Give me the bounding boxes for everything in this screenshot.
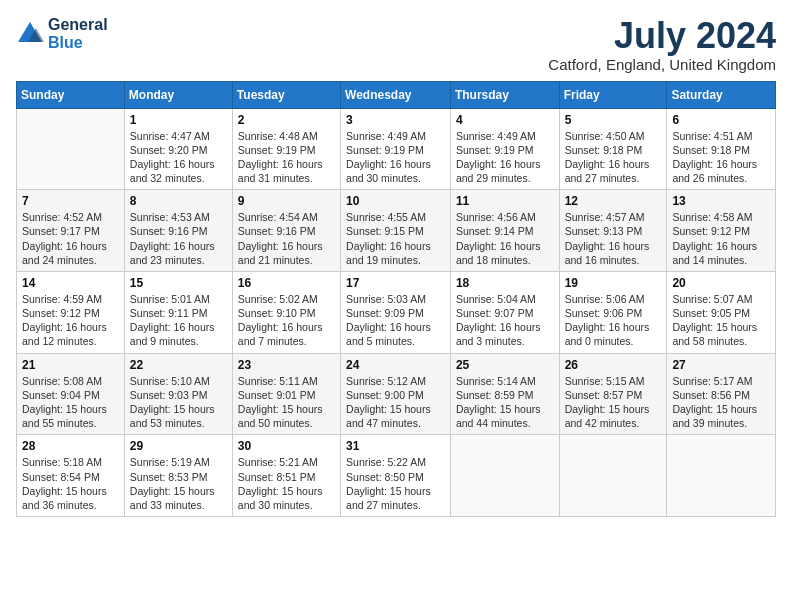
calendar-cell: 15Sunrise: 5:01 AMSunset: 9:11 PMDayligh…	[124, 271, 232, 353]
cell-info-text: and 36 minutes.	[22, 498, 119, 512]
calendar-cell	[17, 108, 125, 190]
day-number: 12	[565, 194, 662, 208]
calendar-cell	[450, 435, 559, 517]
cell-info-text: and 31 minutes.	[238, 171, 335, 185]
cell-info-text: and 27 minutes.	[565, 171, 662, 185]
day-number: 14	[22, 276, 119, 290]
cell-info-text: and 33 minutes.	[130, 498, 227, 512]
cell-info-text: Sunrise: 5:10 AM	[130, 374, 227, 388]
cell-info-text: and 7 minutes.	[238, 334, 335, 348]
column-header-sunday: Sunday	[17, 81, 125, 108]
calendar-cell: 25Sunrise: 5:14 AMSunset: 8:59 PMDayligh…	[450, 353, 559, 435]
cell-info-text: Sunset: 8:53 PM	[130, 470, 227, 484]
calendar-cell: 31Sunrise: 5:22 AMSunset: 8:50 PMDayligh…	[341, 435, 451, 517]
cell-info-text: Daylight: 16 hours	[130, 239, 227, 253]
column-header-saturday: Saturday	[667, 81, 776, 108]
cell-info-text: Daylight: 16 hours	[346, 157, 445, 171]
day-number: 3	[346, 113, 445, 127]
day-number: 13	[672, 194, 770, 208]
cell-info-text: Sunrise: 4:53 AM	[130, 210, 227, 224]
cell-info-text: Sunset: 9:15 PM	[346, 224, 445, 238]
cell-info-text: Sunrise: 4:47 AM	[130, 129, 227, 143]
calendar-cell: 17Sunrise: 5:03 AMSunset: 9:09 PMDayligh…	[341, 271, 451, 353]
cell-info-text: Sunset: 9:05 PM	[672, 306, 770, 320]
cell-info-text: Daylight: 16 hours	[456, 239, 554, 253]
calendar-week-1: 1Sunrise: 4:47 AMSunset: 9:20 PMDaylight…	[17, 108, 776, 190]
cell-info-text: Daylight: 15 hours	[130, 484, 227, 498]
calendar-cell: 6Sunrise: 4:51 AMSunset: 9:18 PMDaylight…	[667, 108, 776, 190]
cell-info-text: Sunrise: 4:50 AM	[565, 129, 662, 143]
cell-info-text: Sunset: 8:54 PM	[22, 470, 119, 484]
calendar-cell: 27Sunrise: 5:17 AMSunset: 8:56 PMDayligh…	[667, 353, 776, 435]
cell-info-text: and 55 minutes.	[22, 416, 119, 430]
cell-info-text: Sunset: 9:10 PM	[238, 306, 335, 320]
day-number: 25	[456, 358, 554, 372]
cell-info-text: Sunrise: 5:12 AM	[346, 374, 445, 388]
cell-info-text: Daylight: 16 hours	[22, 320, 119, 334]
cell-info-text: Sunrise: 4:59 AM	[22, 292, 119, 306]
cell-info-text: Sunset: 9:16 PM	[238, 224, 335, 238]
cell-info-text: Sunrise: 5:21 AM	[238, 455, 335, 469]
cell-info-text: Daylight: 16 hours	[238, 320, 335, 334]
day-number: 29	[130, 439, 227, 453]
cell-info-text: and 39 minutes.	[672, 416, 770, 430]
day-number: 26	[565, 358, 662, 372]
calendar-cell: 1Sunrise: 4:47 AMSunset: 9:20 PMDaylight…	[124, 108, 232, 190]
cell-info-text: Daylight: 15 hours	[672, 402, 770, 416]
cell-info-text: Daylight: 16 hours	[672, 157, 770, 171]
cell-info-text: Sunset: 9:12 PM	[22, 306, 119, 320]
calendar-cell: 18Sunrise: 5:04 AMSunset: 9:07 PMDayligh…	[450, 271, 559, 353]
logo-text-line2: Blue	[48, 34, 108, 52]
cell-info-text: and 27 minutes.	[346, 498, 445, 512]
cell-info-text: and 12 minutes.	[22, 334, 119, 348]
cell-info-text: Sunset: 9:01 PM	[238, 388, 335, 402]
day-number: 28	[22, 439, 119, 453]
column-header-monday: Monday	[124, 81, 232, 108]
cell-info-text: Sunrise: 4:48 AM	[238, 129, 335, 143]
cell-info-text: Sunrise: 4:54 AM	[238, 210, 335, 224]
cell-info-text: and 44 minutes.	[456, 416, 554, 430]
calendar-cell: 16Sunrise: 5:02 AMSunset: 9:10 PMDayligh…	[232, 271, 340, 353]
cell-info-text: Sunset: 8:59 PM	[456, 388, 554, 402]
cell-info-text: Daylight: 16 hours	[346, 239, 445, 253]
cell-info-text: and 21 minutes.	[238, 253, 335, 267]
calendar-cell: 22Sunrise: 5:10 AMSunset: 9:03 PMDayligh…	[124, 353, 232, 435]
calendar-cell: 19Sunrise: 5:06 AMSunset: 9:06 PMDayligh…	[559, 271, 667, 353]
cell-info-text: Sunrise: 4:56 AM	[456, 210, 554, 224]
cell-info-text: Sunrise: 5:15 AM	[565, 374, 662, 388]
cell-info-text: Daylight: 15 hours	[565, 402, 662, 416]
calendar-cell: 14Sunrise: 4:59 AMSunset: 9:12 PMDayligh…	[17, 271, 125, 353]
calendar-cell	[559, 435, 667, 517]
cell-info-text: Daylight: 16 hours	[22, 239, 119, 253]
cell-info-text: and 0 minutes.	[565, 334, 662, 348]
calendar-cell	[667, 435, 776, 517]
cell-info-text: Sunrise: 5:08 AM	[22, 374, 119, 388]
cell-info-text: Sunset: 9:12 PM	[672, 224, 770, 238]
cell-info-text: and 50 minutes.	[238, 416, 335, 430]
calendar-cell: 7Sunrise: 4:52 AMSunset: 9:17 PMDaylight…	[17, 190, 125, 272]
cell-info-text: Daylight: 16 hours	[238, 239, 335, 253]
day-number: 9	[238, 194, 335, 208]
calendar-cell: 20Sunrise: 5:07 AMSunset: 9:05 PMDayligh…	[667, 271, 776, 353]
day-number: 17	[346, 276, 445, 290]
cell-info-text: Sunrise: 4:52 AM	[22, 210, 119, 224]
cell-info-text: Daylight: 15 hours	[346, 484, 445, 498]
cell-info-text: Daylight: 15 hours	[22, 484, 119, 498]
cell-info-text: and 32 minutes.	[130, 171, 227, 185]
calendar-week-4: 21Sunrise: 5:08 AMSunset: 9:04 PMDayligh…	[17, 353, 776, 435]
cell-info-text: and 18 minutes.	[456, 253, 554, 267]
cell-info-text: Sunset: 9:19 PM	[456, 143, 554, 157]
day-number: 10	[346, 194, 445, 208]
day-number: 19	[565, 276, 662, 290]
calendar-cell: 23Sunrise: 5:11 AMSunset: 9:01 PMDayligh…	[232, 353, 340, 435]
cell-info-text: and 30 minutes.	[346, 171, 445, 185]
cell-info-text: Sunset: 9:18 PM	[672, 143, 770, 157]
cell-info-text: Sunset: 9:14 PM	[456, 224, 554, 238]
calendar-cell: 11Sunrise: 4:56 AMSunset: 9:14 PMDayligh…	[450, 190, 559, 272]
calendar-cell: 2Sunrise: 4:48 AMSunset: 9:19 PMDaylight…	[232, 108, 340, 190]
cell-info-text: Sunrise: 5:01 AM	[130, 292, 227, 306]
day-number: 7	[22, 194, 119, 208]
cell-info-text: Sunset: 9:18 PM	[565, 143, 662, 157]
day-number: 21	[22, 358, 119, 372]
cell-info-text: Sunset: 9:11 PM	[130, 306, 227, 320]
